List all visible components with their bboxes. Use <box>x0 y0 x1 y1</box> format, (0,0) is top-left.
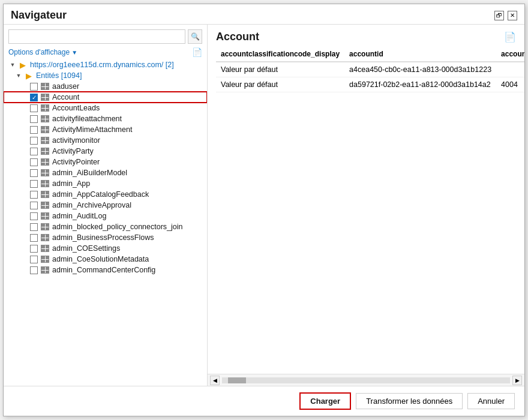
search-input[interactable] <box>8 29 185 44</box>
tree-item-root[interactable]: ▼ ▶ https://org1eee115d.crm.dynamics.com… <box>4 59 207 70</box>
coemeta-label: admin_CoeSolutionMetadata <box>52 255 149 263</box>
folder-icon: ▶ <box>18 61 28 69</box>
aaduser-label: aaduser <box>52 82 79 91</box>
main-content: 🔍 Options d'affichage ▼ 📄 ▼ ▶ https://or… <box>4 24 524 386</box>
search-bar: 🔍 <box>4 25 207 46</box>
checkbox-aaduser[interactable] <box>30 83 38 91</box>
title-bar: Navigateur 🗗 ✕ <box>4 4 524 24</box>
table-row[interactable]: Valeur par défaut da59721f-02b2-ea11-a81… <box>216 77 524 92</box>
tree-item-actmimeatt[interactable]: ActivityMimeAttachment <box>4 124 207 135</box>
tree-item-accountleads[interactable]: AccountLeads <box>4 103 207 113</box>
tree-item-aaduser[interactable]: aaduser <box>4 81 207 92</box>
tree-item-blocked[interactable]: admin_blocked_policy_connectors_join <box>4 221 207 232</box>
checkbox-account[interactable]: ✓ <box>30 94 38 101</box>
checkbox-actpointer[interactable] <box>30 158 38 166</box>
checkbox-aibuilder[interactable] <box>30 169 38 177</box>
account-label: Account <box>52 93 79 101</box>
tree-item-account[interactable]: ✓ Account <box>4 92 207 103</box>
archive-label: admin_ArchiveApproval <box>52 201 131 209</box>
accountleads-label: AccountLeads <box>52 104 100 112</box>
checkbox-archive[interactable] <box>30 202 38 209</box>
options-chevron-icon: ▼ <box>71 49 77 56</box>
right-header: Account 📄 <box>208 25 524 47</box>
tree-item-adminapp[interactable]: admin_App <box>4 178 207 189</box>
checkbox-appcatalog[interactable] <box>30 191 38 199</box>
entity-icon-accountleads <box>40 104 50 112</box>
tree-item-actpointer[interactable]: ActivityPointer <box>4 157 207 167</box>
toggle-root[interactable]: ▼ <box>8 61 17 69</box>
tree-container[interactable]: ▼ ▶ https://org1eee115d.crm.dynamics.com… <box>4 59 207 386</box>
tree-item-aibuilder[interactable]: admin_AiBuilderModel <box>4 167 207 178</box>
toggle-aaduser <box>20 82 29 91</box>
toggle-account <box>20 93 29 101</box>
cell-row2-col2: da59721f-02b2-ea11-a812-000d3a1b14a2 <box>344 77 496 92</box>
checkbox-blocked[interactable] <box>30 223 38 231</box>
entity-icon-coesettings <box>40 244 50 253</box>
cell-row1-col3 <box>496 62 524 77</box>
checkbox-commandctr[interactable] <box>30 266 38 274</box>
actfileatt-label: activityfileattachment <box>52 115 122 123</box>
tree-item-archive[interactable]: admin_ArchiveApproval <box>4 200 207 211</box>
checkbox-adminapp[interactable] <box>30 180 38 188</box>
restore-button[interactable]: 🗗 <box>494 11 504 20</box>
entity-icon-aibuilder <box>40 169 50 177</box>
table-row[interactable]: Valeur par défaut a4cea450-cb0c-ea11-a81… <box>216 62 524 77</box>
tree-item-entites[interactable]: ▼ ▶ Entités [1094] <box>4 70 207 81</box>
entites-label: Entités [1094] <box>36 71 82 80</box>
horizontal-scrollbar[interactable]: ◀ ▶ <box>208 374 524 386</box>
tree-item-coemeta[interactable]: admin_CoeSolutionMetadata <box>4 254 207 265</box>
tree-item-actfileatt[interactable]: activityfileattachment <box>4 113 207 124</box>
tree-item-actmonitor[interactable]: activitymonitor <box>4 135 207 146</box>
toggle-entites[interactable]: ▼ <box>14 71 23 80</box>
cell-row2-col1: Valeur par défaut <box>216 77 344 92</box>
checkbox-coemeta[interactable] <box>30 256 38 263</box>
entity-icon-archive <box>40 201 50 209</box>
col-header-2: accountid <box>344 47 496 62</box>
tree-item-appcatalog[interactable]: admin_AppCatalogFeedback <box>4 189 207 200</box>
transformer-button[interactable]: Transformer les données <box>356 393 463 409</box>
checkbox-actmimeatt[interactable] <box>30 126 38 134</box>
col-header-1: accountclassificationcode_display <box>216 47 344 62</box>
footer: Charger Transformer les données Annuler <box>4 386 524 416</box>
checkbox-accountleads[interactable] <box>30 104 38 112</box>
scroll-thumb[interactable] <box>228 377 246 383</box>
actmonitor-label: activitymonitor <box>52 136 100 145</box>
entity-icon-bpflows <box>40 233 50 242</box>
root-label: https://org1eee115d.crm.dynamics.com/ [2… <box>30 61 174 69</box>
checkbox-actparty[interactable] <box>30 148 38 155</box>
entity-icon-adminapp <box>40 179 50 188</box>
entity-icon-coemeta <box>40 255 50 263</box>
actparty-label: ActivityParty <box>52 147 94 155</box>
scroll-left-arrow[interactable]: ◀ <box>210 376 220 385</box>
checkbox-actfileatt[interactable] <box>30 115 38 123</box>
scroll-right-arrow[interactable]: ▶ <box>512 376 522 385</box>
tree-item-bpflows[interactable]: admin_BusinessProcessFlows <box>4 232 207 243</box>
options-display-label[interactable]: Options d'affichage ▼ <box>8 48 77 56</box>
tree-item-actparty[interactable]: ActivityParty <box>4 146 207 157</box>
scroll-track[interactable] <box>222 377 510 383</box>
close-button[interactable]: ✕ <box>508 11 517 20</box>
entity-icon-actfileatt <box>40 115 50 123</box>
checkbox-auditlog[interactable] <box>30 212 38 220</box>
col-header-3: accountnum <box>496 47 524 62</box>
checkbox-actmonitor[interactable] <box>30 137 38 145</box>
charger-button[interactable]: Charger <box>299 392 351 410</box>
data-table: accountclassificationcode_display accoun… <box>216 47 524 92</box>
cell-row1-col1: Valeur par défaut <box>216 62 344 77</box>
tree-item-commandctr[interactable]: admin_CommandCenterConfig <box>4 265 207 275</box>
tree-item-coesettings[interactable]: admin_COESettings <box>4 243 207 254</box>
annuler-button[interactable]: Annuler <box>467 393 515 409</box>
blocked-label: admin_blocked_policy_connectors_join <box>52 223 183 231</box>
tree-item-auditlog[interactable]: admin_AuditLog <box>4 211 207 221</box>
search-button[interactable]: 🔍 <box>188 29 202 44</box>
entity-icon-actparty <box>40 147 50 155</box>
entity-icon-actpointer <box>40 158 50 166</box>
checkbox-bpflows[interactable] <box>30 234 38 242</box>
right-export-icon[interactable]: 📄 <box>504 31 516 43</box>
left-panel: 🔍 Options d'affichage ▼ 📄 ▼ ▶ https://or… <box>4 25 208 386</box>
export-icon[interactable]: 📄 <box>192 47 202 57</box>
appcatalog-label: admin_AppCatalogFeedback <box>52 190 149 199</box>
checkbox-coesettings[interactable] <box>30 245 38 253</box>
entity-icon-account <box>40 93 50 101</box>
options-bar: Options d'affichage ▼ 📄 <box>4 46 207 59</box>
